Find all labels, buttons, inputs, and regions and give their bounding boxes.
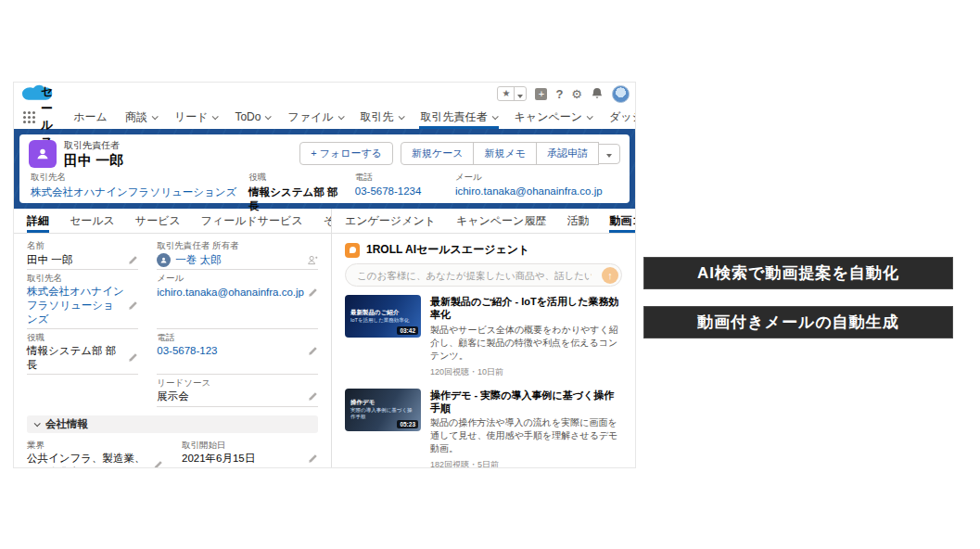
star-icon[interactable]: ★	[498, 87, 515, 100]
tab-details[interactable]: 詳細	[27, 209, 49, 233]
annotation-banner-ai-search: AI検索で動画提案を自動化	[643, 257, 953, 289]
video-title[interactable]: 最新製品のご紹介 - IoTを活用した業務効率化	[430, 295, 622, 322]
highlight-label: 電話	[355, 172, 446, 184]
section-company-info[interactable]: 会社情報	[27, 415, 318, 433]
tab-activity[interactable]: 活動	[566, 209, 589, 233]
app-navigation-bar: セールス ホーム 商談 リード ToDo ファイル 取引先 取引先責任者 キャン…	[14, 105, 635, 129]
page-canvas: ★ + ? ⚙ セールス ホーム 商談 リード ToDo ファイル 取引先 取引	[0, 0, 980, 549]
ai-agent-title: 1ROLL AIセールスエージェント	[366, 242, 529, 258]
edit-account-icon[interactable]	[128, 300, 138, 311]
field-lead-source: リードソース 展示会	[157, 375, 318, 407]
field-email: メール ichiro.tanaka@ohanainfra.co.jp	[157, 270, 318, 329]
record-header-band: 取引先責任者 田中 一郎 + フォローする 新規ケース 新規メモ 承認申請 取引…	[14, 129, 635, 209]
tab-service[interactable]: サービス	[135, 209, 181, 233]
video-title[interactable]: 操作デモ - 実際の導入事例に基づく操作手順	[430, 389, 622, 415]
edit-start-date-icon[interactable]	[308, 453, 318, 464]
side-panel: エンゲージメント キャンペーン履歴 活動 動画コンテンツ 1ROLL AIセール…	[332, 209, 635, 468]
record-header-panel: 取引先責任者 田中 一郎 + フォローする 新規ケース 新規メモ 承認申請 取引…	[19, 134, 630, 203]
chevron-down-icon	[265, 113, 272, 120]
favorites-caret-icon[interactable]	[515, 85, 526, 102]
edit-name-icon[interactable]	[128, 255, 138, 265]
change-owner-icon[interactable]	[308, 255, 318, 265]
tab-video-content[interactable]: 動画コンテンツ	[609, 209, 635, 233]
nav-item-accounts[interactable]: 取引先	[359, 105, 405, 129]
contact-object-icon	[29, 140, 57, 168]
setup-gear-icon[interactable]: ⚙	[571, 87, 582, 101]
nav-item-files[interactable]: ファイル	[286, 105, 344, 129]
tab-sales[interactable]: セールス	[70, 209, 115, 233]
field-name: 名前 田中 一郎	[27, 237, 138, 270]
more-actions-dropdown-button[interactable]	[598, 144, 620, 164]
owner-link[interactable]: 一巻 太郎	[175, 253, 304, 267]
side-panel-tabset: エンゲージメント キャンペーン履歴 活動 動画コンテンツ	[332, 209, 635, 234]
chevron-down-icon	[212, 113, 219, 120]
help-icon[interactable]: ?	[555, 87, 563, 101]
edit-email-icon[interactable]	[308, 287, 318, 298]
chevron-down-icon	[152, 113, 159, 120]
nav-item-dashboards[interactable]: ダッシュボード	[607, 105, 636, 129]
highlight-label: 役職	[248, 172, 345, 184]
owner-avatar-icon	[157, 253, 171, 267]
email-link[interactable]: ichiro.tanaka@ohanainfra.co.jp	[455, 185, 611, 197]
ai-agent-icon	[345, 243, 360, 258]
ai-agent-header: 1ROLL AIセールスエージェント	[332, 234, 635, 262]
video-thumbnail[interactable]: 最新製品のご紹介 IoTを活用した業務効率化 03:42	[345, 295, 421, 338]
edit-title-icon[interactable]	[128, 352, 138, 363]
approval-request-button[interactable]: 承認申請	[536, 142, 599, 165]
record-actions: + フォローする 新規ケース 新規メモ 承認申請	[299, 142, 620, 165]
nav-item-opportunities[interactable]: 商談	[123, 105, 159, 129]
new-case-button[interactable]: 新規ケース	[401, 142, 475, 165]
nav-item-contacts[interactable]: 取引先責任者	[419, 105, 499, 129]
ai-prompt-input[interactable]	[345, 263, 622, 287]
video-description: 製品の操作方法や導入の流れを実際に画面を通して見せ、使用感や手順を理解させるデモ…	[430, 416, 622, 455]
chevron-down-icon	[587, 113, 593, 120]
nav-item-home[interactable]: ホーム	[71, 105, 109, 129]
company-info-form: 業界 公共インフラ、製造業、通信事業者 取引開始日 2021年6月15日	[14, 433, 331, 468]
highlights-panel: 取引先名 株式会社オハナインフラソリューションズ 役職 情報システム部 部長 電…	[29, 168, 620, 213]
duration-badge: 03:42	[397, 326, 418, 335]
account-name-link[interactable]: 株式会社オハナインフラソリューションズ	[27, 285, 124, 326]
chevron-down-icon	[337, 113, 344, 120]
tab-field-service[interactable]: フィールドサービス	[201, 209, 303, 233]
email-link[interactable]: ichiro.tanaka@ohanainfra.co.jp	[157, 286, 304, 300]
app-name[interactable]: セールス	[41, 105, 53, 129]
video-meta: 120回視聴・10日前	[430, 366, 622, 378]
edit-lead-source-icon[interactable]	[308, 391, 318, 402]
detail-column: 詳細 セールス サービス フィールドサービス その他 名前 田中 一郎	[14, 209, 332, 468]
edit-phone-icon[interactable]	[308, 346, 318, 356]
triangle-down-icon	[606, 154, 612, 158]
account-name-link[interactable]: 株式会社オハナインフラソリューションズ	[31, 185, 239, 199]
annotation-banner-video-mail: 動画付きメールの自動生成	[643, 306, 953, 338]
video-meta: 182回視聴・5日前	[430, 459, 622, 468]
field-empty	[27, 375, 138, 407]
send-icon[interactable]: ↑	[602, 267, 618, 284]
ai-agent-prompt: ↑	[345, 263, 622, 287]
nav-item-campaigns[interactable]: キャンペーン	[513, 105, 593, 129]
tab-campaign-history[interactable]: キャンペーン履歴	[456, 209, 546, 233]
name-value: 田中 一郎	[27, 253, 124, 267]
utility-bar: ★ + ? ⚙	[14, 83, 635, 105]
tab-other[interactable]: その他	[324, 209, 332, 233]
field-title: 役職 情報システム部 部長	[27, 329, 138, 375]
nav-item-tasks[interactable]: ToDo	[233, 105, 272, 129]
new-memo-button[interactable]: 新規メモ	[473, 142, 537, 165]
record-name: 田中 一郎	[64, 152, 123, 168]
user-avatar[interactable]	[612, 85, 630, 103]
tab-engagement[interactable]: エンゲージメント	[345, 209, 436, 233]
video-item[interactable]: 操作デモ 実際の導入事例に基づく操作手順 05:23 操作デモ - 実際の導入事…	[345, 389, 622, 468]
edit-industry-icon[interactable]	[153, 460, 163, 468]
video-description: 製品やサービス全体の概要をわかりやすく紹介し、顧客に製品の特徴や利点を伝えるコン…	[430, 324, 622, 363]
object-label: 取引先責任者	[64, 139, 123, 152]
phone-link[interactable]: 03-5678-1234	[355, 185, 446, 197]
phone-link[interactable]: 03-5678-123	[157, 344, 304, 358]
video-item[interactable]: 最新製品のご紹介 IoTを活用した業務効率化 03:42 最新製品のご紹介 - …	[345, 295, 622, 378]
favorites-button[interactable]: ★	[497, 86, 527, 101]
notifications-bell-icon[interactable]	[591, 87, 604, 100]
start-date-value: 2021年6月15日	[182, 452, 304, 466]
nav-item-leads[interactable]: リード	[172, 105, 220, 129]
follow-button[interactable]: + フォローする	[299, 142, 393, 165]
app-launcher-icon[interactable]	[21, 105, 41, 129]
global-actions-plus-icon[interactable]: +	[535, 88, 547, 100]
chevron-down-icon	[34, 420, 41, 427]
video-thumbnail[interactable]: 操作デモ 実際の導入事例に基づく操作手順 05:23	[345, 389, 421, 431]
